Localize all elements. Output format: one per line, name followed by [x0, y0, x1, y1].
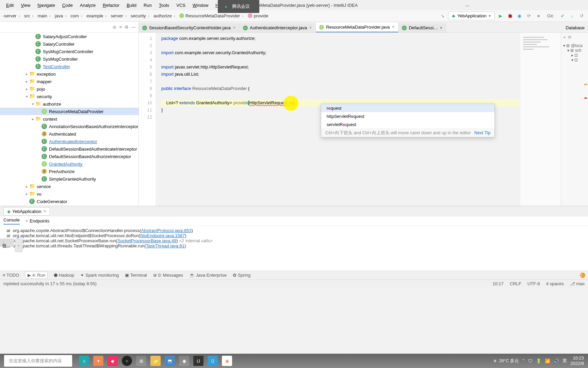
tree-item-grantedauthority[interactable]: IGrantedAuthority [0, 160, 138, 168]
console-tab[interactable]: Console [3, 217, 20, 225]
crumb-src[interactable]: src [24, 13, 36, 18]
tree-item-service[interactable]: ▸📁service [0, 183, 138, 190]
menu-edit[interactable]: Edit [3, 1, 16, 9]
taskbar-search[interactable]: 在这里输入你要搜索的内容 [4, 355, 72, 367]
tray-battery-icon[interactable]: 🔋 [536, 358, 541, 364]
menu-run[interactable]: Run [141, 1, 154, 9]
tree-item-codegenerator[interactable]: CCodeGenerator [0, 198, 138, 205]
crumb-java[interactable]: java [55, 13, 68, 18]
tab-resourcemeta[interactable]: IResourceMetaDataProvider.java✕ [316, 22, 398, 32]
taskbar-chrome[interactable]: ◉ [222, 356, 232, 366]
tree-item-security[interactable]: ▾📁security [0, 93, 138, 100]
taskbar-app1[interactable]: ♫ [79, 356, 89, 366]
debug-button[interactable]: 🐞 [506, 12, 514, 20]
tree-item-simplegrantedauthority[interactable]: CSimpleGrantedAuthority [0, 175, 138, 183]
tree-item-exception[interactable]: ▸📁exception [0, 70, 138, 78]
endpoints-tab[interactable]: ✦ Endpoints [25, 218, 49, 224]
spark-tab[interactable]: ✦ Spark monitoring [80, 273, 119, 278]
menu-vcs[interactable]: VCS [174, 1, 188, 9]
taskbar-taskview[interactable]: ⊞ [136, 356, 146, 366]
menu-analyze[interactable]: Analyze [77, 1, 98, 9]
taskbar-app5[interactable]: ◉ [179, 356, 189, 366]
tray-volume-icon[interactable]: 🔊 [554, 358, 559, 364]
menu-window[interactable]: Window [190, 1, 211, 9]
add-icon[interactable]: + [563, 35, 566, 40]
menu-tools[interactable]: Tools [156, 1, 172, 9]
tab-defaultsession[interactable]: CDefaultSessi…▾ [398, 23, 446, 32]
tree-item-authorize[interactable]: ▾📁authorize [0, 100, 138, 108]
project-tree[interactable]: ⊚ ≡ ⚙ — CSalaryAdjustControllerCSalaryCo… [0, 22, 139, 206]
history-icon[interactable]: ↺ [578, 12, 585, 20]
crumb-class[interactable]: ResourceMetaDataProvider [179, 13, 246, 18]
tree-item-defaultsessionbasedauthorizeinterceptor[interactable]: CDefaultSessionBasedAuthorizeInterceptor [0, 153, 138, 160]
tray-shield-icon[interactable]: 🛡 [528, 358, 533, 364]
console-output[interactable]: at org.apache.coyote.AbstractProtocol$Co… [0, 226, 588, 250]
tray-ime[interactable]: 英 [562, 358, 567, 364]
hide-icon[interactable]: — [131, 25, 136, 30]
crumb-server[interactable]: -server [3, 13, 22, 18]
encoding[interactable]: UTF-8 [527, 281, 540, 286]
ac-item-httprequest[interactable]: httpServletRequest [321, 112, 494, 120]
profile-button[interactable]: ⟳ [525, 12, 533, 20]
line-sep[interactable]: CRLF [510, 281, 521, 286]
tree-item-annotationsessionbasedauthorizeinterceptor[interactable]: CAnnotationSessionBasedAuthorizeIntercep… [0, 123, 138, 130]
run-config-selector[interactable]: ◆YebApplication▾ [448, 12, 495, 20]
tree-item-pojo[interactable]: ▸📁pojo [0, 85, 138, 93]
minimap[interactable] [520, 33, 561, 206]
coverage-button[interactable]: ◉ [516, 12, 523, 20]
tray-up-icon[interactable]: ˄ [522, 358, 525, 364]
autocomplete-popup[interactable]: request httpServletRequest servletReques… [321, 104, 495, 137]
todo-tab[interactable]: ≡ TODO [3, 273, 19, 278]
crumb-security[interactable]: security [131, 13, 151, 18]
tree-item-sysmsgcontroller[interactable]: CSysMsgController [0, 55, 138, 63]
run-tab-yebapp[interactable]: ◆YebApplication✕ [3, 207, 50, 216]
tree-item-mapper[interactable]: ▸📁mapper [0, 78, 138, 85]
tree-item-testcontroller[interactable]: CTestController [0, 63, 138, 70]
meeting-badge[interactable]: 腾讯会议 [218, 0, 259, 13]
menu-code[interactable]: Code [60, 1, 76, 9]
window-minimize[interactable]: — [462, 2, 472, 10]
tree-item-resourcemetadataprovider[interactable]: IResourceMetaDataProvider [0, 108, 138, 115]
crumb-example[interactable]: example [86, 13, 109, 18]
run-tab[interactable]: ▶ 4: Run [25, 272, 48, 279]
tree-item-defaultsessionbasedauthenticateinterceptor[interactable]: CDefaultSessionBasedAuthenticateIntercep… [0, 145, 138, 153]
crumb-server2[interactable]: server [111, 13, 129, 18]
taskbar-app3[interactable]: ◆ [108, 356, 118, 366]
tab-database[interactable]: Database [562, 23, 588, 32]
ac-item-request[interactable]: request [321, 104, 494, 112]
tree-item-authenticated[interactable]: @Authenticated [0, 130, 138, 138]
taskbar-app4[interactable]: ⬒ [165, 356, 175, 366]
tray-wifi-icon[interactable]: 📶 [545, 358, 550, 364]
menu-navigate[interactable]: Navigate [35, 1, 58, 9]
stop-button[interactable]: ■ [535, 12, 542, 20]
collapse-button[interactable]: ‹ [15, 239, 22, 252]
event-badge[interactable]: 1 [580, 273, 585, 278]
build-hammer-icon[interactable]: ↘ [439, 12, 446, 20]
javaee-tab[interactable]: ☕ Java Enterprise [189, 273, 227, 278]
close-icon[interactable]: ✕ [309, 26, 312, 30]
messages-tab[interactable]: ⊕ 0: Messages [153, 273, 183, 278]
close-icon[interactable]: ✕ [233, 26, 236, 30]
spring-tab[interactable]: ✿ Spring [233, 273, 250, 278]
menu-build[interactable]: Build [124, 1, 139, 9]
gear-icon[interactable]: ⚙ [125, 25, 129, 30]
hadoop-tab[interactable]: ⬢ Hadoop [54, 273, 74, 278]
update-icon[interactable]: ↓ [568, 12, 576, 20]
taskbar-circle[interactable]: ○ [122, 356, 132, 366]
tray-time[interactable]: 10:23 [570, 355, 584, 361]
refresh-icon[interactable]: ⟳ [568, 35, 572, 40]
database-panel[interactable]: +⟳ ▾ ⊞ @loca ▾ ⊞ sch ▸ ⊡ ▾ ⊡ [561, 33, 588, 206]
tab-sessionholder[interactable]: CSessionBasedSecurityContextHolder.java✕ [139, 23, 240, 32]
structure-sidebar[interactable]: 找什么… [0, 239, 14, 247]
commit-icon[interactable]: ✔ [559, 12, 566, 20]
crumb-main[interactable]: main [37, 13, 53, 18]
tree-item-vo[interactable]: ▸📁vo [0, 190, 138, 198]
menu-view[interactable]: View [18, 1, 33, 9]
code-area[interactable]: package com.example.server.security.auth… [156, 33, 520, 206]
menu-refactor[interactable]: Refactor [100, 1, 122, 9]
line-gutter[interactable]: 123456789101112 [139, 33, 156, 206]
tree-item-salarycontroller[interactable]: CSalaryController [0, 40, 138, 48]
next-tip-link[interactable]: Next Tip [474, 130, 491, 135]
indent[interactable]: 4 spaces [546, 281, 564, 286]
taskbar-app2[interactable]: ✦ [93, 356, 103, 366]
